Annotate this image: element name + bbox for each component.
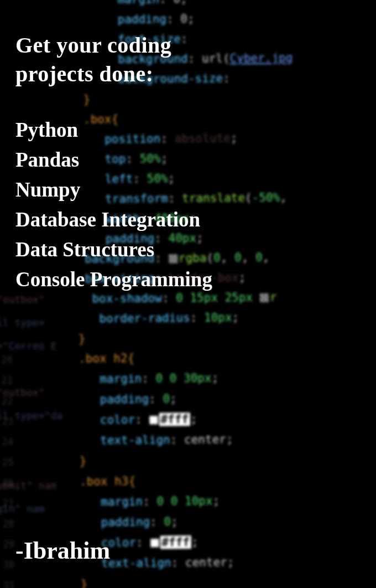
skills-list: PythonPandasNumpyDatabase IntegrationDat… <box>15 115 376 295</box>
skill-item: Database Integration <box>15 205 376 235</box>
headline-line-1: Get your coding <box>15 31 376 60</box>
skill-item: Pandas <box>15 145 376 175</box>
skill-item: Numpy <box>15 175 376 205</box>
promo-overlay: Get your coding projects done: PythonPan… <box>0 0 376 588</box>
headline-line-2: projects done: <box>15 60 376 89</box>
skill-item: Python <box>15 115 376 145</box>
headline: Get your coding projects done: <box>15 31 376 89</box>
skill-item: Data Structures <box>15 235 376 265</box>
skill-item: Console Programming <box>15 265 376 295</box>
signature: -Ibrahim <box>15 537 110 565</box>
